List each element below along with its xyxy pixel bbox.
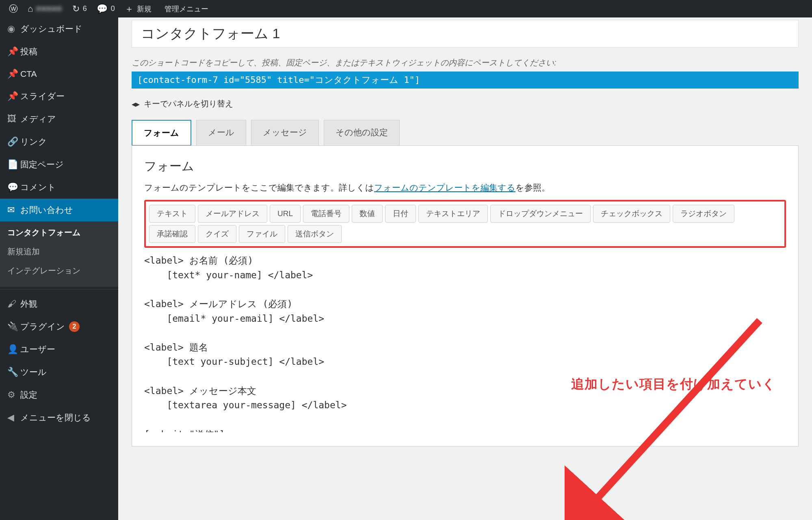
user-icon: 👤	[7, 344, 20, 355]
sidebar-item-label: コメント	[20, 182, 56, 193]
sidebar-item-page[interactable]: 📄固定ページ	[0, 153, 118, 176]
page-icon: 📄	[7, 159, 20, 170]
sidebar-item-mail[interactable]: ✉お問い合わせ	[0, 199, 118, 221]
comment-icon: 💬	[7, 182, 20, 193]
comment-icon: 💬	[97, 4, 108, 13]
new-content[interactable]: ＋ 新規	[120, 0, 156, 17]
plus-icon: ＋	[125, 4, 134, 13]
sidebar-item-label: 固定ページ	[20, 159, 64, 170]
form-panel-heading: フォーム	[144, 158, 786, 175]
plugin-icon: 🔌	[7, 321, 20, 332]
pin-icon: 📌	[7, 46, 20, 57]
form-template-textarea[interactable]	[144, 254, 786, 432]
sidebar-item-label: 外観	[20, 298, 37, 310]
tag-button[interactable]: 日付	[385, 205, 416, 223]
dashboard-icon: ◉	[7, 24, 20, 34]
sidebar-item-tool[interactable]: 🔧ツール	[0, 361, 118, 384]
updates[interactable]: ↻ 6	[67, 0, 92, 17]
submenu-item[interactable]: 新規追加	[0, 242, 118, 261]
tag-button[interactable]: ドロップダウンメニュー	[490, 205, 591, 223]
panel-switch-hint: ◂▸ キーでパネルを切り替え	[132, 98, 799, 109]
sidebar-item-label: メニューを閉じる	[20, 412, 91, 423]
tab-3[interactable]: その他の設定	[324, 120, 400, 146]
sidebar-item-plugin[interactable]: 🔌プラグイン2	[0, 315, 118, 338]
shortcode-text: [contact-form-7 id="5585" title="コンタクトフォ…	[137, 75, 420, 85]
wordpress-icon: ⓦ	[9, 4, 18, 13]
sidebar-item-label: メディア	[20, 113, 56, 125]
form-template-help-link[interactable]: フォームのテンプレートを編集する	[374, 183, 515, 192]
comments-ab[interactable]: 💬 0	[92, 0, 120, 17]
submenu: コンタクトフォーム新規追加インテグレーション	[0, 221, 118, 287]
collapse-icon: ◀	[7, 412, 20, 423]
tag-button[interactable]: クイズ	[198, 225, 236, 243]
tab-2[interactable]: メッセージ	[251, 120, 319, 146]
sidebar-item-label: 設定	[20, 389, 37, 401]
admin-menu-label: 管理メニュー	[165, 4, 208, 14]
admin-sidebar: ◉ダッシュボード📌投稿📌CTA📌スライダー🖼メディア🔗リンク📄固定ページ💬コメン…	[0, 17, 118, 520]
sidebar-item-media[interactable]: 🖼メディア	[0, 108, 118, 130]
media-icon: 🖼	[7, 114, 20, 124]
tag-button[interactable]: ファイル	[239, 225, 285, 243]
mail-icon: ✉	[7, 205, 20, 215]
form-panel: フォーム フォームのテンプレートをここで編集できます。詳しくはフォームのテンプレ…	[132, 145, 799, 446]
link-icon: 🔗	[7, 136, 20, 147]
tab-0[interactable]: フォーム	[132, 120, 191, 146]
arrows-icon: ◂▸	[132, 99, 140, 109]
tabs: フォームメールメッセージその他の設定	[132, 120, 799, 146]
sidebar-item-settings[interactable]: ⚙設定	[0, 384, 118, 406]
site-name-blurred: ■■■■■	[36, 4, 62, 13]
refresh-icon: ↻	[72, 4, 80, 13]
sidebar-item-label: リンク	[20, 136, 47, 147]
sidebar-item-dashboard[interactable]: ◉ダッシュボード	[0, 17, 118, 40]
tag-button[interactable]: チェックボックス	[593, 205, 670, 223]
shortcode-hint: このショートコードをコピーして、投稿、固定ページ、またはテキストウィジェットの内…	[132, 57, 799, 68]
submenu-item[interactable]: インテグレーション	[0, 261, 118, 280]
sidebar-item-pin[interactable]: 📌CTA	[0, 63, 118, 85]
form-panel-desc: フォームのテンプレートをここで編集できます。詳しくはフォームのテンプレートを編集…	[144, 182, 786, 193]
appearance-icon: 🖌	[7, 299, 20, 309]
sidebar-item-appearance[interactable]: 🖌外観	[0, 292, 118, 315]
sidebar-item-label: お問い合わせ	[20, 204, 73, 216]
pin-icon: 📌	[7, 91, 20, 102]
page-title: コンタクトフォーム 1	[141, 24, 789, 43]
tag-button[interactable]: テキスト	[149, 205, 195, 223]
wp-logo[interactable]: ⓦ	[4, 0, 23, 17]
tag-button[interactable]: URL	[270, 205, 301, 223]
tag-button[interactable]: テキストエリア	[418, 205, 488, 223]
sidebar-item-comment[interactable]: 💬コメント	[0, 176, 118, 199]
updates-count: 6	[83, 4, 87, 13]
tag-button[interactable]: 数値	[352, 205, 383, 223]
tag-button[interactable]: 電話番号	[303, 205, 349, 223]
tag-generator-box: テキストメールアドレスURL電話番号数値日付テキストエリアドロップダウンメニュー…	[144, 200, 786, 248]
comments-count: 0	[111, 4, 115, 13]
sidebar-item-link[interactable]: 🔗リンク	[0, 130, 118, 153]
settings-icon: ⚙	[7, 390, 20, 400]
admin-bar: ⓦ ⌂ ■■■■■ ↻ 6 💬 0 ＋ 新規 管理メニュー	[0, 0, 812, 17]
pin-icon: 📌	[7, 69, 20, 79]
sidebar-item-pin[interactable]: 📌投稿	[0, 40, 118, 63]
tag-button[interactable]: ラジオボタン	[673, 205, 734, 223]
sidebar-item-label: ツール	[20, 366, 47, 378]
tag-button[interactable]: 承諾確認	[149, 225, 195, 243]
sidebar-item-label: ダッシュボード	[20, 23, 82, 35]
new-label: 新規	[137, 4, 152, 14]
sidebar-item-label: ユーザー	[20, 344, 55, 355]
admin-menu-link[interactable]: 管理メニュー	[156, 0, 213, 17]
shortcode-box[interactable]: [contact-form-7 id="5585" title="コンタクトフォ…	[132, 72, 799, 89]
annotation-text: 追加したい項目を付け加えていく	[571, 375, 776, 393]
sidebar-item-label: CTA	[20, 69, 37, 79]
sidebar-item-label: スライダー	[20, 91, 65, 102]
content-area: コンタクトフォーム 1 このショートコードをコピーして、投稿、固定ページ、または…	[118, 17, 812, 520]
form-title-box: コンタクトフォーム 1	[132, 20, 799, 48]
tag-button[interactable]: 送信ボタン	[288, 225, 342, 243]
update-badge: 2	[69, 321, 80, 332]
tab-1[interactable]: メール	[196, 120, 246, 146]
sidebar-item-label: プラグイン	[20, 321, 65, 332]
submenu-item[interactable]: コンタクトフォーム	[0, 223, 118, 242]
tool-icon: 🔧	[7, 367, 20, 377]
sidebar-item-pin[interactable]: 📌スライダー	[0, 85, 118, 108]
sidebar-item-user[interactable]: 👤ユーザー	[0, 338, 118, 361]
tag-button[interactable]: メールアドレス	[198, 205, 267, 223]
site-home[interactable]: ⌂ ■■■■■	[23, 0, 67, 17]
sidebar-item-collapse[interactable]: ◀メニューを閉じる	[0, 406, 118, 429]
